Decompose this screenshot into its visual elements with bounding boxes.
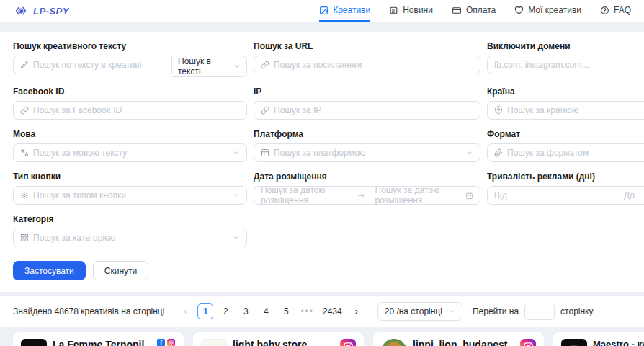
nav-label: Креативи bbox=[333, 5, 370, 15]
location-pin-icon bbox=[494, 106, 503, 115]
calendar-icon bbox=[465, 192, 473, 200]
network-icons: f bbox=[157, 339, 176, 346]
creatives-grid: LA FEMME La Femme Ternopil 2025-11-20 21… bbox=[0, 332, 644, 346]
prev-page-button[interactable]: ‹ bbox=[177, 303, 193, 319]
eye-logo-icon bbox=[13, 5, 29, 17]
app-logo[interactable]: LP-SPY bbox=[13, 5, 69, 17]
results-bar: Знайдено 48678 креативів на сторінці ‹ 1… bbox=[0, 296, 644, 327]
date-to-placeholder[interactable]: Пошук за датою розміщення bbox=[375, 185, 462, 205]
page-button-5[interactable]: 5 bbox=[278, 303, 294, 319]
card-title[interactable]: lippi_lion_budapest bbox=[413, 339, 514, 346]
goto-page-input[interactable] bbox=[524, 303, 555, 320]
page-size-select[interactable]: 20 /на сторінці bbox=[377, 302, 462, 321]
instagram-icon bbox=[340, 339, 356, 346]
filter-language: Мова bbox=[13, 129, 247, 162]
main-nav: Креативи Новини Оплата Мої креативи FAQ bbox=[319, 0, 631, 22]
link-icon bbox=[20, 106, 29, 115]
filter-url: Пошук за URL bbox=[254, 41, 480, 77]
creative-card[interactable]: Maestro - кухні, меблі на замовлення в У… bbox=[553, 332, 644, 346]
nav-item-my-creatives[interactable]: Мої креативи bbox=[514, 0, 581, 22]
page-button-3[interactable]: 3 bbox=[238, 303, 254, 319]
chevron-down-icon bbox=[466, 149, 473, 156]
field-label: Мова bbox=[13, 129, 247, 139]
card-title[interactable]: Maestro - кухні, меблі на замовлення в У… bbox=[593, 339, 644, 346]
filter-category: Категорія bbox=[13, 214, 247, 247]
platform-icon bbox=[261, 148, 269, 157]
news-icon bbox=[389, 6, 398, 15]
page-button-2434[interactable]: 2434 bbox=[321, 303, 344, 319]
card-icon bbox=[452, 6, 462, 15]
date-range-picker[interactable]: Пошук за датою розміщення Пошук за датою… bbox=[254, 186, 480, 205]
field-label: Дата розміщення bbox=[254, 172, 480, 182]
filter-panel: Пошук креативного тексту Пошук в тексті … bbox=[0, 32, 644, 292]
country-input[interactable] bbox=[487, 101, 644, 120]
chevron-down-icon bbox=[233, 234, 240, 241]
duration-from-input[interactable] bbox=[488, 187, 612, 204]
ip-input[interactable] bbox=[254, 101, 480, 120]
category-select[interactable] bbox=[13, 229, 247, 247]
exclude-domains-input[interactable] bbox=[487, 56, 644, 74]
chevron-down-icon bbox=[448, 308, 455, 315]
instagram-icon bbox=[520, 339, 536, 346]
card-title[interactable]: La Femme Ternopil bbox=[53, 339, 151, 346]
filter-country: Країна bbox=[487, 86, 644, 120]
pencil-icon bbox=[20, 61, 29, 69]
page-button-1[interactable]: 1 bbox=[197, 303, 213, 319]
nav-label: Новини bbox=[403, 5, 433, 15]
field-label: Тривалість реклами (дні) bbox=[487, 172, 644, 182]
grid-icon bbox=[20, 234, 29, 242]
nav-item-news[interactable]: Новини bbox=[389, 0, 433, 22]
card-title[interactable]: light.baby.store bbox=[233, 339, 334, 346]
picture-icon bbox=[319, 6, 328, 15]
avatar: LA FEMME bbox=[21, 339, 47, 346]
link-icon bbox=[261, 61, 269, 69]
platform-select[interactable] bbox=[254, 143, 480, 162]
nav-label: Оплата bbox=[466, 5, 496, 15]
instagram-icon bbox=[167, 339, 175, 346]
paperclip-icon bbox=[494, 148, 503, 157]
filter-facebook-id: Facebook ID bbox=[13, 86, 247, 120]
next-page-button[interactable]: › bbox=[349, 303, 365, 319]
facebook-id-input[interactable] bbox=[13, 101, 247, 120]
arrow-right-icon bbox=[357, 192, 365, 200]
pagination: ‹ 1 2 3 4 5 ••• 2434 › bbox=[177, 303, 364, 319]
apply-button[interactable]: Застосувати bbox=[13, 261, 86, 280]
format-input[interactable] bbox=[487, 143, 644, 162]
goto-suffix-label: сторінку bbox=[560, 306, 593, 316]
chevron-down-icon bbox=[233, 192, 240, 199]
nav-item-payment[interactable]: Оплата bbox=[452, 0, 496, 22]
page-button-4[interactable]: 4 bbox=[258, 303, 274, 319]
results-summary: Знайдено 48678 креативів на сторінці bbox=[13, 306, 164, 316]
language-select[interactable] bbox=[13, 143, 247, 162]
field-label: Пошук креативного тексту bbox=[13, 41, 247, 51]
question-icon bbox=[600, 6, 609, 15]
link-icon bbox=[261, 106, 269, 115]
nav-item-creatives[interactable]: Креативи bbox=[319, 0, 370, 22]
creative-card[interactable]: light.baby.store 2025-11-20 21:02:03 3 d… bbox=[193, 332, 364, 346]
filter-platform: Платформа bbox=[254, 129, 480, 162]
translate-icon bbox=[20, 148, 29, 157]
button-type-select[interactable] bbox=[13, 186, 247, 205]
chevron-down-icon bbox=[233, 63, 241, 70]
top-header: LP-SPY Креативи Новини Оплата Мої креати… bbox=[0, 0, 644, 22]
date-from-placeholder[interactable]: Пошук за датою розміщення bbox=[261, 185, 347, 205]
duration-to-input[interactable] bbox=[617, 187, 644, 204]
field-label: Платформа bbox=[254, 129, 480, 139]
filter-creative-text: Пошук креативного тексту Пошук в тексті bbox=[13, 41, 247, 77]
text-search-mode-select[interactable]: Пошук в тексті bbox=[172, 56, 247, 77]
pagination-ellipsis[interactable]: ••• bbox=[298, 303, 316, 319]
filter-button-type: Тип кнопки bbox=[13, 172, 247, 205]
url-input[interactable] bbox=[254, 56, 480, 74]
reset-button[interactable]: Скинути bbox=[93, 261, 148, 280]
chevron-down-icon bbox=[233, 149, 240, 156]
nav-item-faq[interactable]: FAQ bbox=[600, 0, 631, 22]
creative-text-input[interactable] bbox=[13, 56, 172, 74]
gear-icon bbox=[20, 191, 29, 200]
creative-card[interactable]: lippi_lion_budapest 2025-11-20 21:02:03 … bbox=[373, 332, 544, 346]
field-label: Facebook ID bbox=[13, 86, 247, 97]
filter-ip: IP bbox=[254, 86, 480, 120]
field-label: Країна bbox=[487, 86, 644, 97]
avatar bbox=[201, 339, 227, 346]
creative-card[interactable]: LA FEMME La Femme Ternopil 2025-11-20 21… bbox=[13, 332, 184, 346]
page-button-2[interactable]: 2 bbox=[218, 303, 233, 319]
